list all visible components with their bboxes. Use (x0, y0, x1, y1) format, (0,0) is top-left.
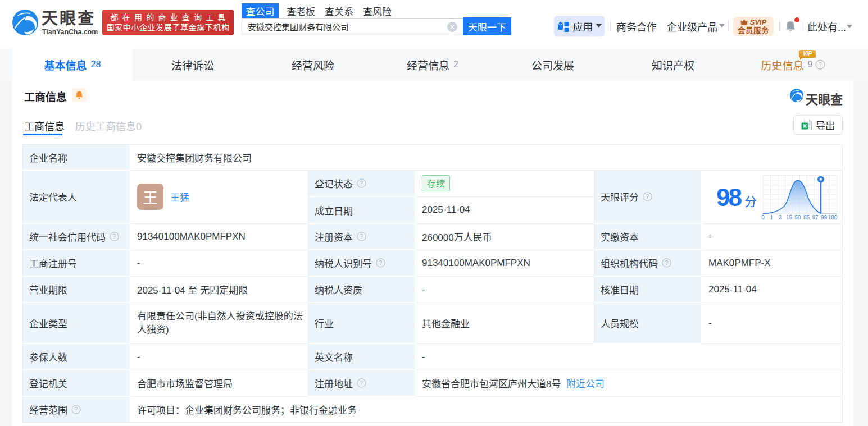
svg-text:?: ? (75, 406, 78, 413)
svg-text:?: ? (819, 61, 822, 68)
svg-text:?: ? (665, 259, 669, 266)
svg-text:?: ? (360, 379, 363, 386)
svg-text:?: ? (379, 259, 383, 266)
svg-text:?: ? (360, 180, 363, 186)
svg-text:?: ? (113, 233, 116, 240)
svg-text:?: ? (646, 193, 649, 200)
svg-text:?: ? (360, 233, 363, 240)
